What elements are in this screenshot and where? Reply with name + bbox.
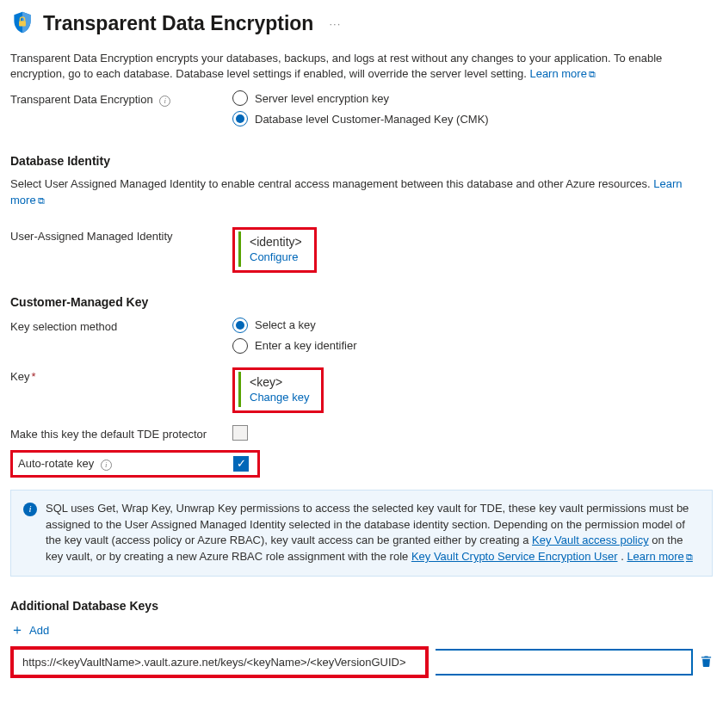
default-protector-label: Make this key the default TDE protector	[10, 428, 207, 441]
info-icon[interactable]: i	[101, 460, 112, 471]
identity-value-block: <identity> Configure	[238, 231, 311, 267]
radio-database-cmk[interactable]: Database level Customer-Managed Key (CMK…	[232, 111, 713, 126]
radio-icon	[232, 338, 248, 354]
info-banner: i SQL uses Get, Wrap Key, Unwrap Key per…	[10, 490, 713, 577]
add-key-button[interactable]: ＋ Add	[10, 621, 713, 639]
kv-access-policy-link[interactable]: Key Vault access policy	[532, 534, 649, 546]
key-value: <key>	[250, 375, 309, 389]
radio-select-key[interactable]: Select a key	[232, 318, 713, 333]
more-actions-icon[interactable]: ···	[329, 17, 341, 30]
external-link-icon: ⧉	[589, 69, 596, 79]
radio-enter-key-id[interactable]: Enter a key identifier	[232, 338, 713, 354]
identity-value: <identity>	[250, 235, 302, 249]
info-icon: i	[23, 503, 37, 516]
learn-more-link[interactable]: Learn more⧉	[529, 67, 595, 80]
key-label: Key	[10, 370, 29, 383]
radio-icon	[232, 111, 248, 126]
default-protector-checkbox[interactable]	[232, 425, 248, 441]
radio-icon	[232, 318, 248, 333]
intro-text: Transparent Data Encryption encrypts you…	[10, 51, 713, 82]
page-title: Transparent Data Encryption	[43, 12, 313, 35]
tde-label: Transparent Data Encryption	[10, 93, 153, 106]
delete-key-icon[interactable]	[700, 654, 713, 670]
uami-label: User-Assigned Managed Identity	[10, 230, 173, 243]
auto-rotate-label: Auto-rotate key	[18, 457, 94, 470]
auto-rotate-checkbox[interactable]: ✓	[233, 456, 249, 472]
change-key-link[interactable]: Change key	[250, 391, 309, 404]
plus-icon: ＋	[10, 621, 24, 639]
key-selection-label: Key selection method	[10, 320, 117, 333]
kv-crypto-role-link[interactable]: Key Vault Crypto Service Encryption User	[411, 550, 618, 563]
svg-rect-0	[19, 21, 26, 26]
external-link-icon: ⧉	[686, 552, 693, 562]
cmk-heading: Customer-Managed Key	[10, 295, 713, 309]
database-identity-desc: Select User Assigned Managed Identity to…	[10, 176, 713, 207]
external-link-icon: ⧉	[38, 195, 45, 206]
learn-more-link[interactable]: Learn more⧉	[627, 550, 692, 563]
key-url-input[interactable]	[15, 651, 423, 673]
key-value-block: <key> Change key	[238, 372, 318, 407]
radio-server-level[interactable]: Server level encryption key	[232, 90, 713, 106]
additional-keys-heading: Additional Database Keys	[10, 599, 713, 613]
info-icon[interactable]: i	[159, 96, 170, 107]
database-identity-heading: Database Identity	[10, 154, 713, 168]
shield-lock-icon	[10, 10, 34, 37]
radio-icon	[232, 90, 248, 106]
configure-identity-link[interactable]: Configure	[250, 250, 302, 263]
